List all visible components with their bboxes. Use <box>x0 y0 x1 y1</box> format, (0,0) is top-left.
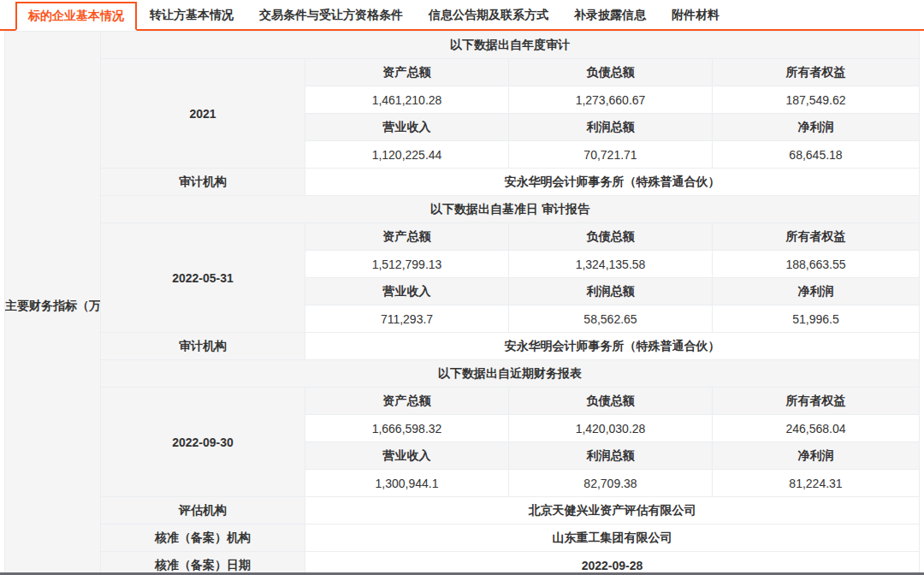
metric-value: 711,293.7 <box>305 305 509 333</box>
table-row: 评估机构 北京天健兴业资产评估有限公司 <box>5 497 920 525</box>
table-row: 2022-09-30 资产总额 负债总额 所有者权益 <box>5 388 920 415</box>
agency-label: 审计机构 <box>101 333 305 360</box>
table-row: 以下数据出自近期财务报表 <box>5 360 920 388</box>
footer-label: 评估机构 <box>101 497 305 525</box>
tab-transferor[interactable]: 转让方基本情况 <box>137 0 246 31</box>
metric-value: 70,721.71 <box>509 141 713 169</box>
period-cell: 2021 <box>101 59 305 169</box>
table-row: 2022-05-31 资产总额 负债总额 所有者权益 <box>5 223 920 251</box>
metric-header: 营业收入 <box>305 278 509 305</box>
metric-value: 68,645.18 <box>713 141 920 169</box>
metric-header: 净利润 <box>713 442 920 470</box>
metric-header: 负债总额 <box>509 223 713 251</box>
metric-header: 所有者权益 <box>713 59 920 86</box>
listing-detail-page: 标的企业基本情况 转让方基本情况 交易条件与受让方资格条件 信息公告期及联系方式… <box>0 0 924 575</box>
metric-header: 利润总额 <box>509 114 713 141</box>
metric-value: 1,300,944.1 <box>305 470 509 497</box>
section-header: 以下数据出自基准日 审计报告 <box>101 196 920 223</box>
metric-header: 负债总额 <box>509 388 713 415</box>
footer-value: 山东重工集团有限公司 <box>305 525 920 552</box>
footer-label: 核准（备案）机构 <box>101 525 305 552</box>
tab-supplementary-disclosure[interactable]: 补录披露信息 <box>561 0 659 31</box>
metric-header: 资产总额 <box>305 388 509 415</box>
period-cell: 2022-09-30 <box>101 388 305 497</box>
metric-value: 1,512,799.13 <box>305 251 509 278</box>
footer-value: 2022-09-28 <box>305 552 920 575</box>
metric-header: 利润总额 <box>509 278 713 305</box>
metric-header: 营业收入 <box>305 442 509 470</box>
metric-header: 所有者权益 <box>713 223 920 251</box>
metric-header: 所有者权益 <box>713 388 920 415</box>
financial-indicators-table: 主要财务指标（万元） 以下数据出自年度审计 2021 资产总额 负债总额 所有者… <box>4 31 920 575</box>
metric-value: 1,420,030.28 <box>509 415 713 442</box>
metric-header: 负债总额 <box>509 59 713 86</box>
table-row: 审计机构 安永华明会计师事务所（特殊普通合伙） <box>5 333 920 360</box>
agency-label: 审计机构 <box>101 169 305 196</box>
section-header: 以下数据出自年度审计 <box>101 32 920 59</box>
metric-value: 246,568.04 <box>713 415 920 442</box>
metric-value: 1,461,210.28 <box>305 86 509 114</box>
metric-value: 1,324,135.58 <box>509 251 713 278</box>
tab-attachments[interactable]: 附件材料 <box>659 0 732 31</box>
footer-value: 北京天健兴业资产评估有限公司 <box>305 497 920 525</box>
metric-header: 资产总额 <box>305 59 509 86</box>
metric-value: 58,562.65 <box>509 305 713 333</box>
period-cell: 2022-05-31 <box>101 223 305 333</box>
footer-label: 核准（备案）日期 <box>101 552 305 575</box>
agency-value: 安永华明会计师事务所（特殊普通合伙） <box>305 169 920 196</box>
metric-value: 1,666,598.32 <box>305 415 509 442</box>
table-row: 核准（备案）机构 山东重工集团有限公司 <box>5 525 920 552</box>
metric-value: 1,273,660.67 <box>509 86 713 114</box>
tab-bar: 标的企业基本情况 转让方基本情况 交易条件与受让方资格条件 信息公告期及联系方式… <box>0 0 924 31</box>
agency-value: 安永华明会计师事务所（特殊普通合伙） <box>305 333 920 360</box>
metric-header: 净利润 <box>713 114 920 141</box>
metric-header: 净利润 <box>713 278 920 305</box>
metric-value: 82,709.38 <box>509 470 713 497</box>
section-header: 以下数据出自近期财务报表 <box>101 360 920 388</box>
metric-value: 51,996.5 <box>713 305 920 333</box>
row-group-label: 主要财务指标（万元） <box>5 32 101 575</box>
metric-header: 资产总额 <box>305 223 509 251</box>
metric-value: 188,663.55 <box>713 251 920 278</box>
metric-header: 营业收入 <box>305 114 509 141</box>
tab-trade-conditions[interactable]: 交易条件与受让方资格条件 <box>246 0 416 31</box>
table-row: 以下数据出自基准日 审计报告 <box>5 196 920 223</box>
tab-target-company[interactable]: 标的企业基本情况 <box>15 2 137 31</box>
table-row: 2021 资产总额 负债总额 所有者权益 <box>5 59 920 86</box>
table-row: 主要财务指标（万元） 以下数据出自年度审计 <box>5 32 920 59</box>
metric-value: 1,120,225.44 <box>305 141 509 169</box>
table-row: 审计机构 安永华明会计师事务所（特殊普通合伙） <box>5 169 920 196</box>
table-row: 核准（备案）日期 2022-09-28 <box>5 552 920 575</box>
metric-value: 81,224.31 <box>713 470 920 497</box>
metric-value: 187,549.62 <box>713 86 920 114</box>
metric-header: 利润总额 <box>509 442 713 470</box>
tab-announcement-contact[interactable]: 信息公告期及联系方式 <box>416 0 561 31</box>
